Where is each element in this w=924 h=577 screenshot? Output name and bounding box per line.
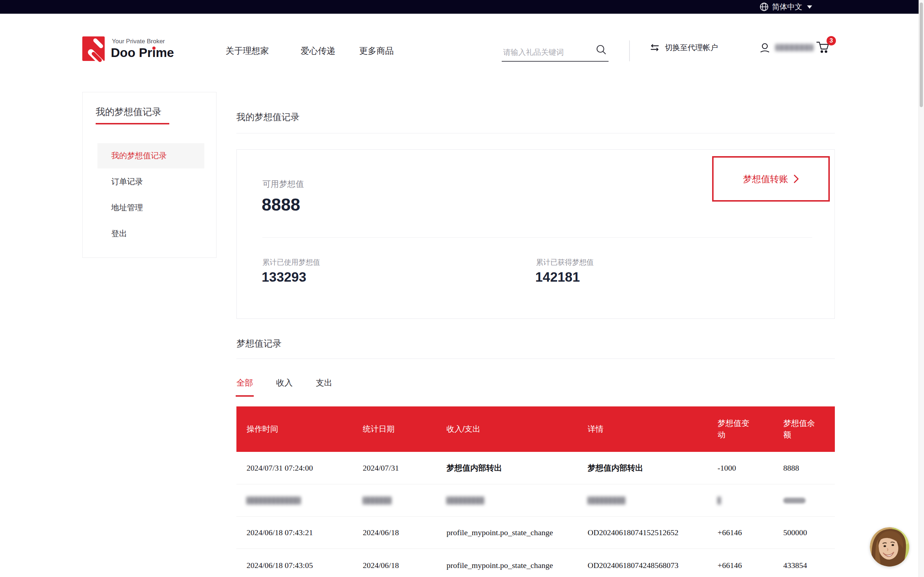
brand-part: me	[155, 45, 174, 60]
column-header: 操作时间	[247, 406, 363, 452]
cell-detail-redacted	[588, 484, 717, 516]
chevron-right-icon	[793, 174, 799, 184]
logo-brand[interactable]: Doo Prime	[111, 45, 174, 60]
switch-account-label: 切换至代理帐户	[665, 43, 718, 53]
nav-more-products[interactable]: 更多商品	[359, 45, 394, 56]
sidebar-item-address-management[interactable]: 地址管理	[97, 195, 204, 220]
user-account[interactable]	[759, 42, 814, 53]
table-header: 操作时间 统计日期 收入/支出 详情 梦想值变动 梦想值余额	[236, 406, 835, 452]
cell-date-redacted	[363, 484, 446, 516]
search-input[interactable]	[502, 45, 596, 60]
header-divider	[629, 40, 630, 61]
cell-type-redacted	[446, 484, 588, 516]
cell-date: 2024/06/18	[363, 549, 446, 577]
column-header-label: 梦想值余额	[783, 417, 818, 441]
username-redacted	[775, 44, 814, 51]
sidebar-title-underline	[96, 123, 169, 124]
person-icon	[759, 42, 770, 53]
available-points-label: 可用梦想值	[262, 179, 304, 190]
cell-date: 2024/07/31	[363, 452, 446, 484]
sidebar-item-logout[interactable]: 登出	[97, 221, 204, 246]
switch-to-agent-account[interactable]: 切换至代理帐户	[649, 43, 718, 53]
page: 简体中文 Your Private Broker Doo Prime 关于理想家…	[0, 0, 924, 577]
cell-detail: 梦想值内部转出	[588, 452, 717, 484]
nav-charity[interactable]: 爱心传递	[300, 45, 335, 56]
cell-date: 2024/06/18	[363, 516, 446, 548]
cell-change: +66146	[717, 516, 783, 548]
column-header-label: 梦想值变动	[717, 417, 752, 441]
nav-about[interactable]: 关于理想家	[226, 45, 269, 56]
search-icon[interactable]	[596, 44, 607, 56]
active-tab-underline	[236, 395, 254, 397]
brand-part-i: i	[152, 45, 156, 60]
cell-balance: 500000	[783, 516, 835, 548]
webcam-avatar[interactable]	[870, 527, 909, 567]
page-title: 我的梦想值记录	[236, 111, 300, 123]
tab-expense[interactable]: 支出	[316, 377, 333, 388]
globe-icon	[759, 2, 769, 11]
sidebar-item-order-history[interactable]: 订单记录	[97, 169, 204, 194]
records-section-title: 梦想值记录	[236, 338, 281, 350]
cell-time: 2024/06/18 07:43:05	[247, 549, 363, 577]
doo-prime-logo-mark[interactable]	[82, 36, 107, 62]
card-divider	[262, 237, 812, 238]
used-points-value: 133293	[262, 270, 306, 285]
sidebar-title: 我的梦想值记录	[96, 106, 162, 118]
caret-down-icon	[807, 5, 812, 9]
cell-time: 2024/07/31 07:24:00	[247, 452, 363, 484]
search-underline	[502, 61, 609, 62]
cell-detail: OD20240618074248568073	[588, 549, 717, 577]
divider	[236, 358, 835, 359]
cell-change: -1000	[717, 452, 783, 484]
earned-points-value: 142181	[535, 270, 580, 285]
language-selector[interactable]: 简体中文	[759, 0, 812, 14]
divider	[236, 133, 835, 134]
logo-tagline: Your Private Broker	[112, 38, 165, 45]
cell-time-redacted	[247, 484, 363, 516]
sidebar-item-my-dream-points[interactable]: 我的梦想值记录	[97, 143, 204, 168]
cell-balance-redacted	[783, 484, 835, 516]
tab-income[interactable]: 收入	[276, 377, 293, 388]
table-row: 2024/07/31 07:24:00 2024/07/31 梦想值内部转出 梦…	[236, 452, 835, 484]
column-header: 详情	[588, 406, 717, 452]
swap-arrows-icon	[649, 43, 661, 52]
scrollbar-track	[919, 0, 924, 577]
available-points-value: 8888	[262, 195, 300, 214]
cell-type: 梦想值内部转出	[446, 452, 588, 484]
cell-balance: 433854	[783, 549, 835, 577]
cell-detail: OD20240618074152512652	[588, 516, 717, 548]
cart-count-badge: 3	[827, 36, 836, 45]
table-row: 2024/06/18 07:43:21 2024/06/18 profile_m…	[236, 516, 835, 549]
column-header: 梦想值变动	[717, 406, 783, 452]
cell-change: +66146	[717, 549, 783, 577]
used-points-label: 累计已使用梦想值	[262, 258, 320, 267]
column-header: 收入/支出	[446, 406, 588, 452]
table-row: 2024/06/18 07:43:05 2024/06/18 profile_m…	[236, 549, 835, 577]
earned-points-label: 累计已获得梦想值	[536, 258, 594, 267]
language-label: 简体中文	[772, 2, 802, 12]
brand-part: Doo Pr	[111, 45, 152, 60]
cell-time: 2024/06/18 07:43:21	[247, 516, 363, 548]
table-row-redacted	[236, 484, 835, 517]
scrollbar-thumb[interactable]	[920, 3, 923, 107]
cell-balance: 8888	[783, 452, 835, 484]
transfer-points-button[interactable]: 梦想值转账	[712, 156, 830, 201]
tab-all[interactable]: 全部	[236, 377, 253, 388]
cell-change-redacted	[717, 484, 783, 516]
cell-type: profile_mypoint.po_state_change	[446, 516, 588, 548]
column-header: 统计日期	[363, 406, 446, 452]
column-header: 梦想值余额	[783, 406, 835, 452]
transfer-points-label: 梦想值转账	[743, 173, 788, 185]
cell-type: profile_mypoint.po_state_change	[446, 549, 588, 577]
